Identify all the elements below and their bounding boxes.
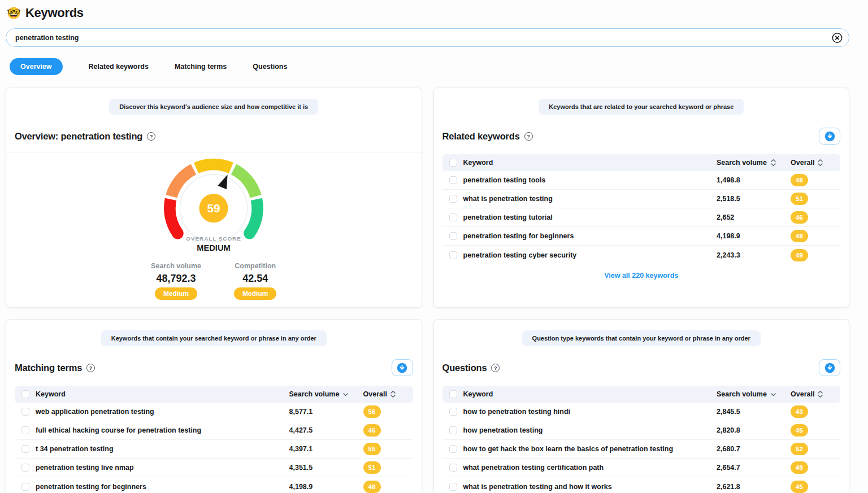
row-checkbox[interactable]	[449, 464, 457, 472]
row-checkbox[interactable]	[21, 464, 29, 472]
keyword-cell: how to get hack the box learn the basics…	[463, 445, 674, 453]
column-header-keyword: Keyword	[36, 390, 66, 398]
table-row[interactable]: what is penetration testing 2,518.5 51	[442, 190, 841, 208]
row-checkbox[interactable]	[21, 408, 29, 416]
overview-card-title: Overview: penetration testing	[15, 131, 142, 142]
row-checkbox[interactable]	[21, 483, 29, 491]
tab-related-keywords[interactable]: Related keywords	[89, 58, 149, 75]
view-all-keywords-link[interactable]: View all 220 keywords	[442, 272, 841, 280]
overall-score-badge: 52	[791, 443, 808, 455]
stat-value: 48,792.3	[157, 273, 196, 285]
overall-score-badge: 46	[363, 424, 381, 437]
search-volume-cell: 2,845.5	[717, 408, 740, 416]
keyword-cell: what is penetration testing	[463, 195, 553, 203]
table-row[interactable]: web application penetration testing 8,57…	[15, 403, 413, 421]
search-volume-cell: 2,243.3	[717, 251, 740, 259]
download-button[interactable]	[392, 359, 413, 376]
gauge-needle-icon	[218, 174, 228, 189]
sort-descending-icon[interactable]	[342, 391, 349, 398]
select-all-checkbox[interactable]	[449, 390, 457, 398]
tab-matching-terms[interactable]: Matching terms	[175, 58, 227, 75]
overall-score-badge: 56	[363, 405, 381, 418]
table-row[interactable]: penetration testing for beginners 4,198.…	[15, 477, 413, 493]
row-checkbox[interactable]	[449, 426, 457, 434]
sort-updown-icon[interactable]	[817, 390, 823, 398]
help-icon[interactable]: ?	[147, 132, 155, 141]
stat-level-badge: Medium	[155, 287, 197, 300]
tab-overview[interactable]: Overview	[10, 58, 63, 75]
help-icon[interactable]: ?	[491, 364, 500, 372]
table-row[interactable]: how to get hack the box learn the basics…	[442, 440, 841, 459]
tab-bar: Overview Related keywords Matching terms…	[10, 58, 849, 75]
table-row[interactable]: penetration testing for beginners 4,198.…	[442, 227, 841, 246]
sort-updown-icon[interactable]	[390, 390, 396, 398]
table-row[interactable]: penetration testing live nmap 4,351.5 51	[15, 459, 413, 477]
table-row[interactable]: what penetration testing certification p…	[442, 459, 841, 477]
column-header-overall[interactable]: Overall	[363, 390, 387, 398]
competition-stat: Competition 42.54 Medium	[234, 262, 276, 300]
row-checkbox[interactable]	[449, 483, 457, 491]
tab-questions[interactable]: Questions	[253, 58, 287, 75]
gauge-arc: 59 OVERALL SCORE MEDIUM	[155, 155, 272, 255]
table-header: Keyword Search volume Overall	[442, 386, 841, 403]
stat-label: Search volume	[151, 262, 201, 270]
overview-stats: Search volume 48,792.3 Medium Competitio…	[151, 262, 276, 300]
search-volume-cell: 4,198.9	[717, 232, 740, 240]
row-checkbox[interactable]	[449, 251, 457, 259]
table-row[interactable]: penetration testing cyber security 2,243…	[442, 246, 841, 264]
sort-updown-icon[interactable]	[770, 159, 776, 167]
keyword-cell: web application penetration testing	[36, 408, 154, 416]
gauge-score-label: OVERALL SCORE	[186, 235, 241, 242]
keyword-cell: what penetration testing certification p…	[463, 464, 604, 472]
nerd-face-emoji-icon: 🤓	[7, 7, 21, 19]
overall-score-badge: 48	[791, 174, 808, 186]
table-row[interactable]: full ethical hacking course for penetrat…	[15, 421, 413, 440]
row-checkbox[interactable]	[21, 426, 29, 434]
keyword-cell: t 34 penetration testing	[36, 445, 114, 453]
column-header-overall[interactable]: Overall	[791, 159, 814, 167]
table-row[interactable]: penetration testing tools 1,498.8 48	[442, 171, 841, 190]
table-row[interactable]: how penetration testing 2,820.8 45	[442, 421, 841, 440]
app-header: 🤓 Keywords	[6, 5, 849, 28]
row-checkbox[interactable]	[449, 176, 457, 184]
keyword-cell: penetration testing for beginners	[463, 232, 574, 240]
table-row[interactable]: t 34 penetration testing 4,397.1 55	[15, 440, 413, 459]
overall-score-badge: 45	[791, 481, 808, 493]
search-input[interactable]	[6, 28, 849, 47]
questions-card: Question type keywords that contain your…	[433, 319, 850, 493]
row-checkbox[interactable]	[449, 445, 457, 453]
row-checkbox[interactable]	[449, 232, 457, 240]
row-checkbox[interactable]	[449, 195, 457, 203]
overall-score-badge: 55	[363, 443, 381, 455]
sort-descending-icon[interactable]	[770, 391, 776, 398]
table-row[interactable]: how to penetration testing hindi 2,845.5…	[442, 403, 841, 421]
select-all-checkbox[interactable]	[21, 390, 29, 398]
search-volume-stat: Search volume 48,792.3 Medium	[151, 262, 201, 300]
row-checkbox[interactable]	[449, 408, 457, 416]
overview-banner: Discover this keyword's audience size an…	[109, 99, 318, 115]
row-checkbox[interactable]	[449, 213, 457, 221]
sort-updown-icon[interactable]	[817, 159, 823, 167]
keyword-cell: how penetration testing	[463, 426, 543, 434]
select-all-checkbox[interactable]	[449, 159, 457, 167]
help-icon[interactable]: ?	[86, 364, 95, 372]
keyword-cell: penetration testing tutorial	[463, 213, 553, 221]
related-keywords-card: Keywords that are related to your search…	[433, 88, 850, 308]
column-header-overall[interactable]: Overall	[791, 390, 814, 398]
column-header-search-volume[interactable]: Search volume	[717, 159, 767, 167]
table-row[interactable]: penetration testing tutorial 2,652 46	[442, 208, 841, 227]
download-button[interactable]	[819, 128, 840, 145]
matching-terms-table: Keyword Search volume Overall	[15, 386, 413, 493]
download-button[interactable]	[819, 359, 840, 376]
row-checkbox[interactable]	[21, 445, 29, 453]
column-header-search-volume[interactable]: Search volume	[717, 390, 767, 398]
column-header-search-volume[interactable]: Search volume	[289, 390, 340, 398]
clear-search-icon	[832, 32, 843, 43]
matching-banner: Keywords that contain your searched keyw…	[101, 330, 327, 346]
overall-score-badge: 49	[791, 249, 808, 261]
questions-banner: Question type keywords that contain your…	[522, 330, 761, 346]
divider	[6, 152, 422, 152]
table-row[interactable]: what is penetration testing and how it w…	[442, 477, 841, 493]
clear-search-button[interactable]	[832, 32, 843, 43]
help-icon[interactable]: ?	[524, 132, 533, 141]
